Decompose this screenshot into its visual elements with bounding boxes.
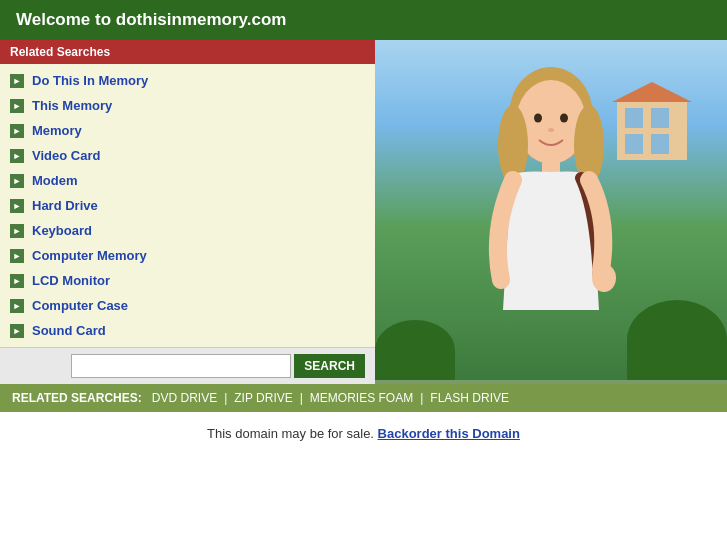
separator: | xyxy=(420,391,423,405)
search-link[interactable]: Modem xyxy=(32,173,78,188)
list-item[interactable]: ► LCD Monitor xyxy=(0,268,375,293)
svg-point-5 xyxy=(560,114,568,123)
search-link[interactable]: Do This In Memory xyxy=(32,73,148,88)
arrow-icon: ► xyxy=(10,199,24,213)
arrow-icon: ► xyxy=(10,74,24,88)
search-links-list: ► Do This In Memory ► This Memory ► Memo… xyxy=(0,64,375,347)
search-link[interactable]: This Memory xyxy=(32,98,112,113)
search-link[interactable]: Keyboard xyxy=(32,223,92,238)
footer-link[interactable]: Backorder this Domain xyxy=(378,426,520,441)
main-content: Related Searches ► Do This In Memory ► T… xyxy=(0,40,727,384)
list-item[interactable]: ► Do This In Memory xyxy=(0,68,375,93)
search-bar: SEARCH xyxy=(0,347,375,384)
photo-image xyxy=(375,40,727,380)
arrow-icon: ► xyxy=(10,99,24,113)
svg-point-4 xyxy=(534,114,542,123)
search-link[interactable]: Computer Memory xyxy=(32,248,147,263)
list-item[interactable]: ► Sound Card xyxy=(0,318,375,343)
search-button[interactable]: SEARCH xyxy=(294,354,365,378)
list-item[interactable]: ► Video Card xyxy=(0,143,375,168)
search-link[interactable]: LCD Monitor xyxy=(32,273,110,288)
arrow-icon: ► xyxy=(10,124,24,138)
svg-point-8 xyxy=(592,264,616,292)
footer: This domain may be for sale. Backorder t… xyxy=(0,412,727,455)
search-link[interactable]: Computer Case xyxy=(32,298,128,313)
list-item[interactable]: ► Memory xyxy=(0,118,375,143)
search-input[interactable] xyxy=(71,354,291,378)
left-panel: Related Searches ► Do This In Memory ► T… xyxy=(0,40,375,384)
arrow-icon: ► xyxy=(10,224,24,238)
related-searches-label: Related Searches xyxy=(10,45,110,59)
search-link[interactable]: Video Card xyxy=(32,148,100,163)
arrow-icon: ► xyxy=(10,324,24,338)
woman-figure xyxy=(451,50,651,380)
bottom-bar-link[interactable]: FLASH DRIVE xyxy=(430,391,509,405)
bottom-bar-link[interactable]: ZIP DRIVE xyxy=(234,391,292,405)
page-header: Welcome to dothisinmemory.com xyxy=(0,0,727,40)
right-panel-photo xyxy=(375,40,727,384)
bottom-bar-link[interactable]: MEMORIES FOAM xyxy=(310,391,413,405)
building-window xyxy=(651,108,669,128)
list-item[interactable]: ► This Memory xyxy=(0,93,375,118)
arrow-icon: ► xyxy=(10,249,24,263)
svg-point-6 xyxy=(548,128,554,132)
bottom-bar-link[interactable]: DVD DRIVE xyxy=(152,391,217,405)
list-item[interactable]: ► Computer Memory xyxy=(0,243,375,268)
list-item[interactable]: ► Hard Drive xyxy=(0,193,375,218)
separator: | xyxy=(224,391,227,405)
arrow-icon: ► xyxy=(10,174,24,188)
bottom-bar-label: RELATED SEARCHES: xyxy=(12,391,142,405)
search-link[interactable]: Hard Drive xyxy=(32,198,98,213)
bottom-bar: RELATED SEARCHES: DVD DRIVE | ZIP DRIVE … xyxy=(0,384,727,412)
footer-text: This domain may be for sale. xyxy=(207,426,374,441)
arrow-icon: ► xyxy=(10,274,24,288)
list-item[interactable]: ► Keyboard xyxy=(0,218,375,243)
related-searches-header: Related Searches xyxy=(0,40,375,64)
building-window xyxy=(651,134,669,154)
search-link[interactable]: Memory xyxy=(32,123,82,138)
search-link[interactable]: Sound Card xyxy=(32,323,106,338)
separator: | xyxy=(300,391,303,405)
list-item[interactable]: ► Modem xyxy=(0,168,375,193)
list-item[interactable]: ► Computer Case xyxy=(0,293,375,318)
arrow-icon: ► xyxy=(10,299,24,313)
arrow-icon: ► xyxy=(10,149,24,163)
header-title: Welcome to dothisinmemory.com xyxy=(16,10,286,29)
bush-decoration xyxy=(375,320,455,380)
